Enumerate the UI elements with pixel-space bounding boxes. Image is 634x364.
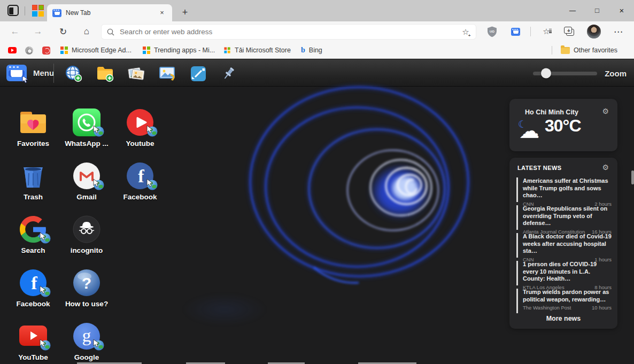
- add-website-globe-icon[interactable]: [65, 65, 83, 82]
- wallpaper-smudge: [182, 293, 267, 326]
- news-item[interactable]: Georgia Republicans silent on overriding…: [516, 205, 612, 230]
- settings-menu-button[interactable]: ⋯: [612, 26, 625, 37]
- other-favorites-button[interactable]: Other favorites: [558, 44, 620, 57]
- news-widget: LATEST NEWS ⚙ Americans suffer at Christ…: [509, 158, 617, 329]
- moon-cloud-icon: ☾ ☁: [517, 118, 545, 142]
- bookmark-chrome[interactable]: [22, 44, 40, 57]
- weather-temperature: 30°C: [545, 116, 581, 136]
- back-button[interactable]: ←: [8, 26, 22, 37]
- news-source: The Washington Post: [523, 305, 571, 311]
- app-how-to-use[interactable]: ? How to use?: [60, 257, 113, 308]
- question-sphere-icon: ?: [72, 268, 101, 297]
- toolbar-separator: [530, 27, 531, 36]
- zoom-slider[interactable]: [533, 72, 597, 75]
- app-incognito[interactable]: incognito: [60, 203, 113, 254]
- favorites-button[interactable]: ☆: [542, 27, 551, 36]
- add-folder-icon[interactable]: [96, 65, 114, 82]
- facebook-circle-icon: f: [19, 268, 48, 297]
- youtube-rect-icon: [19, 322, 48, 351]
- zoom-label: Zoom: [605, 69, 627, 78]
- red-favicon-icon: [42, 47, 50, 55]
- app-whatsapp[interactable]: WhatsApp ...: [60, 96, 113, 148]
- more-news-button[interactable]: More news: [509, 315, 617, 322]
- google-blue-icon: g: [72, 322, 101, 351]
- web-link-badge-icon: [92, 338, 105, 353]
- web-link-badge-icon: [145, 178, 158, 193]
- forward-button[interactable]: →: [31, 26, 45, 37]
- svg-text:UO: UO: [490, 30, 494, 33]
- bing-favicon-icon: b: [301, 46, 305, 55]
- adblock-shield-icon[interactable]: UO: [487, 26, 497, 37]
- whatsapp-icon: [72, 108, 101, 137]
- bookmark-edge-addons[interactable]: Microsoft Edge Ad...: [58, 44, 134, 57]
- pin-icon[interactable]: [220, 65, 238, 82]
- refresh-button[interactable]: ↻: [56, 26, 70, 37]
- google-g-icon: [19, 215, 48, 244]
- browser-window: New Tab × + — □ × ← → ↻ ⌂ ☆+ UO: [0, 0, 634, 364]
- app-facebook-2[interactable]: f Facebook: [6, 257, 60, 308]
- web-link-badge-icon: [145, 125, 158, 140]
- folder-icon: [561, 47, 570, 54]
- titlebar: New Tab × + — □ ×: [0, 0, 634, 21]
- resize-icon[interactable]: [189, 65, 207, 82]
- news-item[interactable]: Americans suffer at Christmas while Trum…: [516, 177, 612, 202]
- menu-label: Menu: [33, 68, 54, 78]
- bookmark-red-app[interactable]: [40, 44, 57, 57]
- tab-actions-icon[interactable]: [7, 5, 19, 16]
- address-bar[interactable]: ☆+: [102, 25, 476, 39]
- zoom-slider-thumb[interactable]: [541, 68, 551, 79]
- news-item[interactable]: A Black doctor died of Covid-19 weeks af…: [516, 233, 612, 258]
- change-wallpaper-icon[interactable]: [158, 65, 176, 82]
- app-youtube[interactable]: Youtube: [113, 96, 167, 148]
- app-search[interactable]: Search: [6, 203, 60, 254]
- tab-new-tab[interactable]: New Tab ×: [47, 4, 172, 21]
- web-link-badge-icon: [38, 285, 51, 300]
- bookmark-bing[interactable]: b Bing: [298, 44, 325, 57]
- app-google[interactable]: g Google: [60, 310, 113, 361]
- maximize-button[interactable]: □: [585, 0, 609, 21]
- add-favorite-button[interactable]: ☆+: [461, 27, 470, 37]
- menu-button[interactable]: Menu: [6, 65, 54, 81]
- wallpaper-light-spiral: [229, 81, 499, 308]
- gallery-icon[interactable]: [127, 65, 145, 82]
- weather-widget[interactable]: Ho Chi Minh City ⚙ ☾ ☁ 30°C: [509, 99, 617, 151]
- page-scrollbar-thumb[interactable]: [631, 171, 634, 184]
- minimize-button[interactable]: —: [560, 0, 585, 21]
- bookmark-youtube[interactable]: [5, 44, 23, 57]
- titlebar-divider: [25, 6, 25, 16]
- bookmark-trending-apps[interactable]: Trending apps - Mi...: [140, 44, 218, 57]
- microsoft-favicon-icon: [60, 47, 68, 54]
- window-controls: — □ ×: [560, 0, 634, 21]
- svg-text:f: f: [31, 273, 37, 293]
- app-gmail[interactable]: Gmail: [60, 150, 113, 201]
- app-favorites[interactable]: Favorites: [6, 96, 60, 148]
- collections-button[interactable]: [566, 29, 574, 36]
- bookmark-microsoft-store[interactable]: Tải Microsoft Store: [221, 44, 293, 57]
- app-trash[interactable]: Trash: [6, 150, 60, 201]
- favorites-folder-icon: [19, 108, 48, 137]
- speed-dial-toolbar: Menu: [0, 59, 634, 87]
- toolbar-separator: [53, 64, 54, 83]
- profile-avatar[interactable]: [587, 25, 601, 38]
- tab-close-icon[interactable]: ×: [157, 8, 167, 18]
- address-input[interactable]: [120, 28, 461, 36]
- close-button[interactable]: ×: [609, 0, 634, 21]
- news-item[interactable]: Trump wields pardon power as political w…: [516, 289, 612, 313]
- app-youtube-2[interactable]: YouTube: [6, 310, 60, 361]
- microsoft-logo-icon[interactable]: [32, 5, 44, 17]
- weather-settings-gear-icon[interactable]: ⚙: [602, 107, 609, 115]
- new-tab-button[interactable]: +: [179, 6, 191, 19]
- app-facebook[interactable]: f Facebook: [113, 150, 167, 201]
- zoom-control: Zoom: [533, 59, 627, 87]
- news-item[interactable]: 1 person dies of COVID-19 every 10 minut…: [516, 261, 612, 285]
- home-button[interactable]: ⌂: [80, 26, 94, 37]
- search-icon: [107, 28, 114, 36]
- menu-app-icon: [6, 65, 27, 81]
- svg-text:?: ?: [82, 274, 91, 292]
- youtube-circle-icon: [126, 108, 154, 137]
- incognito-icon: [72, 215, 101, 244]
- speed-dial-extension-icon[interactable]: [511, 28, 520, 36]
- news-settings-gear-icon[interactable]: ⚙: [602, 163, 609, 172]
- news-heading: LATEST NEWS: [517, 165, 561, 171]
- bookmarks-separator: [552, 46, 552, 55]
